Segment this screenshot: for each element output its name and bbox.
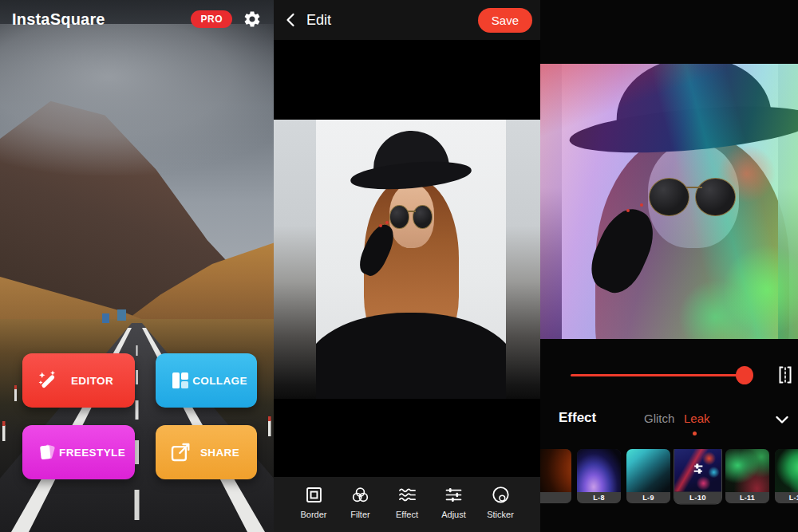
adjust-sliders-icon <box>443 484 464 506</box>
effect-thumb-l9[interactable]: L-9 <box>626 449 670 503</box>
tool-sticker[interactable]: Sticker <box>480 484 521 532</box>
effect-thumb-partial[interactable] <box>540 449 571 503</box>
edit-photo-canvas[interactable] <box>274 120 540 399</box>
home-header: InstaSquare PRO <box>0 0 274 38</box>
home-screen: InstaSquare PRO EDITOR <box>0 0 274 532</box>
intensity-slider-thumb[interactable] <box>736 366 753 384</box>
effect-screen: Effect Glitch Leak L-8 L-9 <box>540 0 798 532</box>
thumb-label: L-8 <box>577 492 621 503</box>
portrait-photo <box>316 120 506 399</box>
share-arrow-icon <box>168 440 192 464</box>
edit-toolbar: Border Filter Effect <box>274 477 540 532</box>
filter-circles-icon <box>350 484 371 506</box>
share-button-label: SHARE <box>192 447 247 459</box>
collage-grid-icon <box>168 368 192 392</box>
selected-effect-sliders-icon <box>688 459 709 479</box>
tab-glitch[interactable]: Glitch <box>644 412 674 425</box>
app-title: InstaSquare <box>12 10 105 29</box>
tool-border[interactable]: Border <box>293 484 334 532</box>
edit-title: Edit <box>306 12 331 29</box>
border-icon <box>303 484 325 506</box>
sticker-icon <box>490 484 512 506</box>
home-button-grid: EDITOR COLLAGE FREESTYLE <box>22 353 255 479</box>
save-button[interactable]: Save <box>478 8 532 33</box>
portrait-shirt <box>316 313 506 400</box>
chevron-down-icon[interactable] <box>772 410 792 429</box>
tool-effect-label: Effect <box>396 510 418 519</box>
effect-thumb-l12[interactable]: L-12 <box>775 449 798 503</box>
app-store-screenshots: InstaSquare PRO EDITOR <box>0 0 798 532</box>
effect-tab-bar: Effect Glitch Leak <box>540 404 798 439</box>
tool-adjust[interactable]: Adjust <box>433 484 475 532</box>
tool-adjust-label: Adjust <box>441 510 466 519</box>
magic-wand-icon <box>35 368 59 392</box>
sunglasses-left-lens <box>649 178 689 216</box>
pro-badge[interactable]: PRO <box>191 10 232 28</box>
effect-photo-canvas[interactable] <box>540 64 798 339</box>
share-button[interactable]: SHARE <box>156 425 257 479</box>
effect-thumb-l11[interactable]: L-11 <box>725 449 769 503</box>
sunglasses-right-lens <box>413 205 433 229</box>
tool-filter-label: Filter <box>350 510 369 519</box>
edit-screen: Edit Save <box>274 0 540 532</box>
sunglasses-left-lens <box>389 205 409 229</box>
collage-button[interactable]: COLLAGE <box>156 353 257 408</box>
freestyle-button[interactable]: FREESTYLE <box>22 425 135 479</box>
tab-leak[interactable]: Leak <box>684 412 710 425</box>
red-nail <box>379 224 382 227</box>
settings-gear-icon[interactable] <box>243 10 262 29</box>
compare-before-after-icon[interactable] <box>777 365 793 385</box>
effect-thumb-l8[interactable]: L-8 <box>577 449 621 503</box>
red-nail <box>385 221 389 224</box>
thumb-label: L-9 <box>626 492 670 503</box>
blurred-edge-right <box>506 120 540 399</box>
tool-filter[interactable]: Filter <box>340 484 381 532</box>
editor-button-label: EDITOR <box>59 375 125 387</box>
thumb-label: L-11 <box>725 492 769 503</box>
freestyle-button-label: FREESTYLE <box>59 447 125 459</box>
thumb-label: L-10 <box>674 491 721 503</box>
sunglasses-right-lens <box>695 178 736 216</box>
collage-button-label: COLLAGE <box>192 375 247 387</box>
tool-effect[interactable]: Effect <box>386 484 428 532</box>
effect-waves-icon <box>397 484 418 506</box>
stacked-cards-icon <box>35 440 59 464</box>
thumb-label: L-12 <box>775 492 798 503</box>
fog-cloud <box>0 24 274 175</box>
effect-thumb-l10-selected[interactable]: L-10 <box>674 449 721 503</box>
tool-border-label: Border <box>300 510 326 519</box>
effect-panel-title: Effect <box>559 410 596 426</box>
edit-header: Edit Save <box>274 0 540 40</box>
editor-button[interactable]: EDITOR <box>22 353 135 408</box>
active-tab-dot <box>693 432 697 435</box>
effect-thumbnail-list: L-8 L-9 L-10 L-11 L <box>540 449 798 513</box>
intensity-slider-track[interactable] <box>571 374 750 376</box>
blurred-edge-left <box>274 120 316 399</box>
back-chevron-icon[interactable] <box>282 10 301 30</box>
tool-sticker-label: Sticker <box>487 510 514 519</box>
sunglasses-bridge <box>686 187 701 188</box>
sunglasses-bridge <box>408 211 416 212</box>
